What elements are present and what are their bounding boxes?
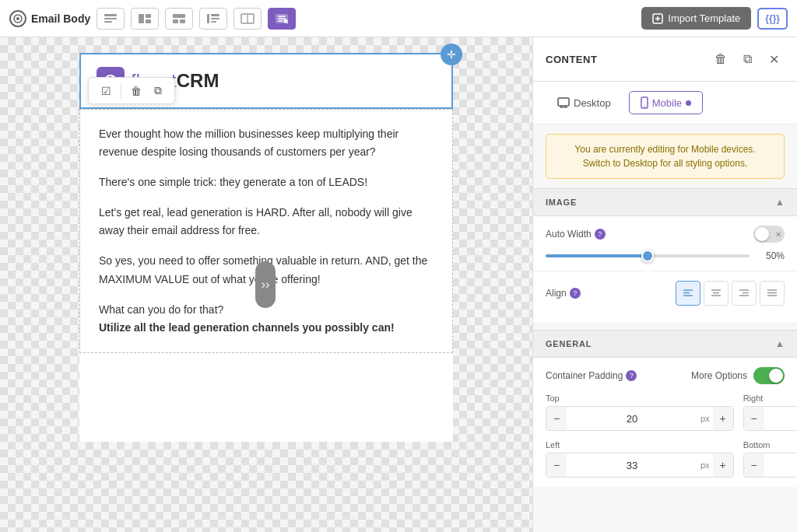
padding-left-field: Left − px + [546,440,734,478]
container-padding-section: Container Padding ? More Options Top − [533,358,797,487]
container-padding-toggle[interactable] [753,367,785,384]
tab-mobile-label: Mobile [652,97,682,109]
align-center-button[interactable] [704,281,729,306]
toolbar-check-button[interactable]: ☑ [95,82,118,100]
auto-width-row: Auto Width ? ✕ 50% [533,216,797,271]
text-para-2: There's one simple trick: they generate … [99,173,434,191]
mobile-active-dot [686,100,691,106]
image-section-title: IMAGE [546,198,577,207]
padding-bottom-label: Bottom [743,440,797,450]
padding-controls: More Options [691,367,785,384]
padding-left-plus[interactable]: + [713,453,733,477]
main-area: fluentCRM ✛ ☑ 🗑 ⧉ Ever thought how the m… [0,37,797,532]
padding-right-value[interactable] [764,413,797,425]
align-left-button[interactable] [676,281,700,306]
toolbar-divider [121,83,121,99]
email-body-text: Email Body [31,12,90,25]
padding-top-unit: px [697,414,713,423]
align-label: Align ? [546,288,581,299]
image-chevron-icon: ▲ [775,197,785,208]
align-justify-button[interactable] [760,281,785,306]
warning-line1: You are currently editing for Mobile dev… [574,144,755,155]
padding-info-icon: ? [626,370,637,381]
padding-left-input: − px + [546,453,734,478]
padding-top-value[interactable] [567,413,697,425]
auto-width-info-icon: ? [595,229,606,240]
svg-rect-8 [173,14,185,18]
padding-top-label: Top [546,394,734,403]
svg-rect-2 [104,14,117,16]
view-icon-6-active[interactable] [268,8,296,30]
padding-left-label: Left [546,440,734,450]
import-template-button[interactable]: Import Template [641,7,751,30]
general-section-header[interactable]: GENERAL ▲ [533,330,797,358]
bold-text: Utilize all the lead generation channels… [99,321,395,334]
move-handle[interactable]: ✛ [441,44,462,65]
view-icon-1[interactable] [97,8,125,30]
canvas: fluentCRM ✛ ☑ 🗑 ⧉ Ever thought how the m… [0,37,532,532]
general-section-title: GENERAL [546,339,592,348]
svg-rect-12 [211,14,219,16]
svg-point-1 [16,17,19,20]
slider-thumb [641,250,654,262]
auto-width-toggle-knob [755,227,769,241]
padding-left-minus[interactable]: − [546,453,567,477]
padding-left-value[interactable] [567,460,697,471]
topbar-right: Import Template {{}} [641,7,788,30]
close-button[interactable]: ✕ [763,48,785,70]
svg-rect-9 [173,19,178,23]
scroll-handle[interactable]: › [255,261,276,308]
view-icon-3[interactable] [165,8,193,30]
image-section-header[interactable]: IMAGE ▲ [533,188,797,216]
view-icon-5[interactable] [233,8,262,30]
padding-right-field: Right − px + [743,394,797,431]
right-panel: CONTENT 🗑 ⧉ ✕ Desktop Mobile You are cur… [532,37,797,532]
align-right-button[interactable] [732,281,757,306]
slider-value: 50% [757,250,785,261]
svg-rect-3 [104,18,117,19]
padding-bottom-field: Bottom − px + [743,440,797,478]
svg-rect-10 [180,19,185,23]
auto-width-label: Auto Width ? [546,229,606,240]
padding-bottom-value[interactable] [764,460,797,471]
more-options-link: More Options [691,370,747,381]
align-buttons [676,281,785,306]
toolbar-delete-button[interactable]: 🗑 [125,82,148,100]
padding-top-minus[interactable]: − [546,407,567,430]
panel-title: CONTENT [546,54,597,65]
email-body-icon [9,10,26,27]
padding-bottom-minus[interactable]: − [744,453,764,477]
panel-header-actions: 🗑 ⧉ ✕ [710,48,785,70]
padding-toggle-knob [769,369,783,383]
padding-grid: Top − px + Right − px + [546,394,785,478]
svg-rect-24 [558,98,569,106]
copy-button[interactable]: ⧉ [736,48,758,70]
svg-point-29 [644,106,645,107]
view-icon-2[interactable] [131,8,159,30]
auto-width-toggle[interactable]: ✕ [753,226,785,243]
padding-left-unit: px [697,460,713,470]
warning-box: You are currently editing for Mobile dev… [546,134,785,179]
slider-fill [546,254,648,257]
container-padding-label: Container Padding ? [546,370,637,381]
svg-rect-13 [211,18,219,19]
align-info-icon: ? [570,288,581,299]
tab-desktop-label: Desktop [574,97,611,109]
curly-braces-button[interactable]: {{}} [757,8,788,30]
email-body-label: Email Body [9,10,90,27]
view-icon-4[interactable] [199,8,227,30]
padding-right-minus[interactable]: − [744,407,764,430]
general-chevron-icon: ▲ [775,338,785,349]
trash-button[interactable]: 🗑 [710,48,732,70]
padding-top-plus[interactable]: + [713,407,733,430]
width-slider[interactable] [546,254,750,257]
toolbar-duplicate-button[interactable]: ⧉ [148,81,168,100]
warning-line2: Switch to Desktop for all styling option… [583,158,747,169]
tab-mobile[interactable]: Mobile [629,91,703,114]
text-block[interactable]: ☑ 🗑 ⧉ Ever thought how the million busin… [79,109,453,353]
tab-desktop[interactable]: Desktop [546,91,623,114]
svg-rect-7 [146,19,151,23]
padding-top-field: Top − px + [546,394,734,431]
auto-width-label-row: Auto Width ? ✕ [546,226,785,243]
svg-rect-6 [146,14,151,18]
